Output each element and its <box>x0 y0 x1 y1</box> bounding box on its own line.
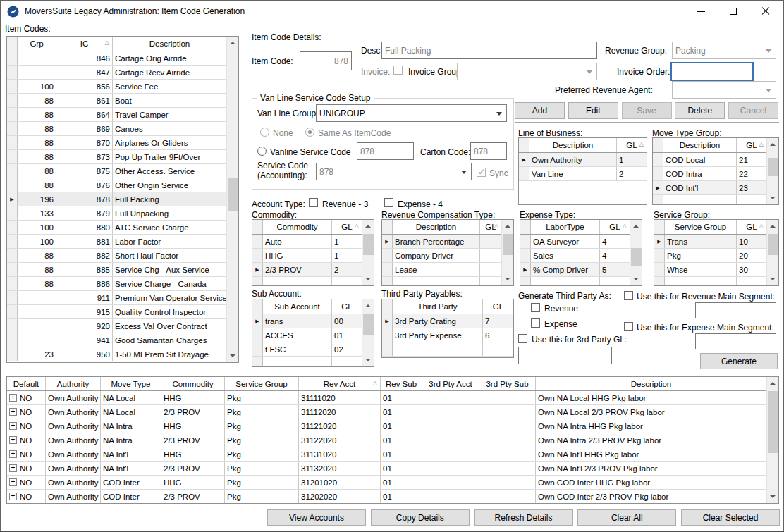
grid-row[interactable]: Auto 1 <box>252 235 362 249</box>
grid-row[interactable]: 3rd Party Expense 6 <box>382 328 513 342</box>
bottom-button[interactable]: Clear Selected <box>681 509 780 526</box>
maximize-button[interactable] <box>717 1 749 22</box>
same-as-itemcode-radio[interactable] <box>305 128 314 137</box>
column-header[interactable]: Description <box>393 220 480 234</box>
grid-row[interactable]: trans 00 <box>252 314 362 328</box>
scroll-down-icon[interactable] <box>502 273 513 285</box>
grid-row[interactable]: Company Driver <box>382 249 501 263</box>
scrollbar-thumb[interactable] <box>228 178 238 211</box>
column-header-default[interactable]: Default <box>7 377 46 390</box>
item-code-row[interactable]: 88 875 Other Access. Service <box>7 164 226 178</box>
item-code-row[interactable]: 847 Cartage Recv Airride <box>7 66 226 80</box>
scroll-up-icon[interactable] <box>362 300 374 311</box>
scrollbar-thumb[interactable] <box>768 234 778 255</box>
column-header-ic[interactable]: IC△ <box>56 37 113 51</box>
grid-row[interactable]: Sales 4 <box>520 249 630 263</box>
bottom-button[interactable]: Refresh Details <box>474 509 573 526</box>
scrollbar[interactable] <box>766 138 778 204</box>
expense-4-checkbox[interactable] <box>384 198 393 207</box>
item-code-row[interactable]: 941 Good Samaritan Charges <box>7 333 226 347</box>
scroll-up-icon[interactable] <box>767 139 778 150</box>
scroll-down-icon[interactable] <box>227 350 238 361</box>
service-code-accounting-select[interactable]: 878 <box>316 163 472 180</box>
item-code-row[interactable]: 88 876 Other Origin Service <box>7 178 226 192</box>
scroll-up-icon[interactable] <box>362 221 374 232</box>
column-header-description[interactable]: Description <box>113 37 226 51</box>
item-code-row[interactable]: 88 873 Pop Up Trailer 9Ft/Over <box>7 150 226 164</box>
account-row[interactable]: NO Own Authority NA Local HHG Pkg 311110… <box>7 391 766 405</box>
column-header-move-type[interactable]: Move Type <box>101 377 161 390</box>
account-row[interactable]: NO Own Authority COD Inter 2/3 PROV Pkg … <box>7 490 766 504</box>
grid-row[interactable]: Whse 30 <box>654 263 766 277</box>
expand-icon[interactable] <box>9 436 17 444</box>
action-button[interactable]: Edit <box>568 102 618 119</box>
action-button[interactable]: Save <box>622 102 672 119</box>
bottom-button[interactable]: View Accounts <box>267 509 366 526</box>
item-code-row[interactable]: 88 882 Short Haul Factor <box>7 249 226 263</box>
column-header-commodity[interactable]: Commodity <box>161 377 225 390</box>
column-header-gl[interactable]: GL <box>332 299 362 314</box>
item-code-field[interactable]: 878 <box>300 51 352 70</box>
revenue-group-select[interactable]: Packing <box>672 42 776 59</box>
scroll-down-icon[interactable] <box>630 273 642 285</box>
grid-row[interactable]: % Comp Driver 5 <box>520 263 630 277</box>
account-row[interactable]: NO Own Authority COD Inter HHG Pkg 31201… <box>7 476 766 490</box>
expand-icon[interactable] <box>9 478 17 486</box>
column-header[interactable]: Commodity <box>263 220 332 234</box>
scrollbar-thumb[interactable] <box>363 314 374 335</box>
scrollbar-thumb[interactable] <box>768 391 778 453</box>
column-header-grp[interactable]: Grp <box>18 37 56 51</box>
scrollbar-thumb[interactable] <box>363 234 374 255</box>
scrollbar-thumb[interactable] <box>768 158 778 176</box>
grid-row[interactable]: Branch Percentage <box>382 235 501 249</box>
scrollbar[interactable] <box>766 220 778 285</box>
column-header-gl[interactable]: GL△ <box>737 138 766 152</box>
item-code-row[interactable]: 88 886 Service Charge - Canada <box>7 277 226 291</box>
scrollbar[interactable] <box>362 299 374 366</box>
column-header[interactable]: Sub Account <box>263 299 332 314</box>
grid-row[interactable]: t FSC 02 <box>252 342 362 357</box>
grid-row[interactable]: ACCES 01 <box>252 328 362 342</box>
account-row[interactable]: NO Own Authority NA Int'l HHG Pkg 311310… <box>7 447 766 462</box>
scroll-down-icon[interactable] <box>767 192 778 204</box>
grid-row[interactable]: Van Line 2 <box>519 167 647 181</box>
action-button[interactable]: Cancel <box>728 102 778 119</box>
invoice-group-select[interactable] <box>457 63 597 80</box>
column-header-rev-acct[interactable]: Rev Acct△ <box>299 377 381 390</box>
scroll-up-icon[interactable] <box>227 37 238 49</box>
item-code-row[interactable]: 88 861 Boat <box>7 94 226 108</box>
third-party-gl-field[interactable] <box>518 347 612 364</box>
column-header-gl[interactable]: GL△ <box>332 220 362 234</box>
item-code-row[interactable]: 88 864 Travel Camper <box>7 108 226 122</box>
sync-checkbox[interactable] <box>477 168 486 177</box>
column-header-gl[interactable]: GL <box>483 299 513 314</box>
item-code-row[interactable]: 88 870 Airplanes Or Gliders <box>7 136 226 150</box>
item-code-row[interactable]: 23 950 1-50 MI Prem Sit Drayage <box>7 347 226 361</box>
expand-icon[interactable] <box>9 394 17 402</box>
expand-icon[interactable] <box>9 408 17 416</box>
column-header-3rd-pty-acct[interactable]: 3rd Pty Acct <box>422 377 479 390</box>
column-header[interactable]: LaborType <box>531 220 600 234</box>
grid-row[interactable]: Pkg 20 <box>654 249 766 263</box>
vanline-service-code-field[interactable]: 878 <box>357 142 414 160</box>
scrollbar[interactable] <box>766 377 778 503</box>
column-header-gl[interactable]: GL△ <box>480 220 501 234</box>
desc-field[interactable]: Full Packing <box>381 42 597 59</box>
expense-main-segment-field[interactable] <box>695 333 776 349</box>
scroll-up-icon[interactable] <box>630 221 642 232</box>
account-row[interactable]: NO Own Authority NA Intra HHG Pkg 311210… <box>7 419 766 433</box>
column-header-gl[interactable]: GL△ <box>737 220 766 234</box>
grid-row[interactable]: COD Local 21 <box>653 153 766 167</box>
expand-icon[interactable] <box>9 422 17 430</box>
account-row[interactable]: NO Own Authority NA Intra 2/3 PROV Pkg 3… <box>7 433 766 447</box>
use-3rd-party-gl-checkbox[interactable] <box>518 334 527 343</box>
item-code-row[interactable]: 920 Excess Val Over Contract <box>7 319 226 333</box>
item-code-row[interactable]: 133 879 Full Unpacking <box>7 206 226 221</box>
generate-expense-checkbox[interactable] <box>531 318 540 328</box>
scroll-up-icon[interactable] <box>767 221 778 232</box>
grid-row[interactable]: COD Intra 22 <box>653 167 766 181</box>
column-header-rev-sub[interactable]: Rev Sub <box>381 377 422 390</box>
none-radio[interactable] <box>260 128 269 137</box>
scrollbar-thumb[interactable] <box>631 248 642 266</box>
generate-revenue-checkbox[interactable] <box>531 303 540 312</box>
